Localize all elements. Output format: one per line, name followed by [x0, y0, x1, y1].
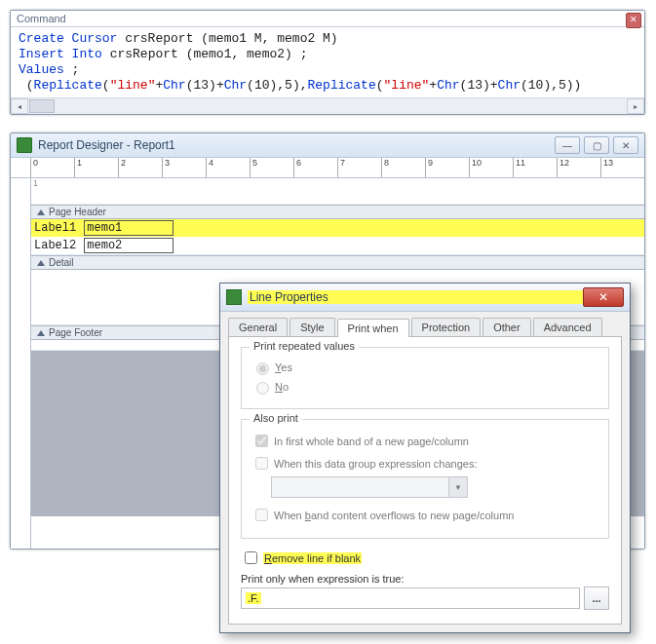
report-label-1[interactable]: Label1	[31, 220, 79, 236]
dialog-close-button[interactable]: ✕	[583, 287, 624, 307]
command-title: Command	[17, 13, 66, 24]
report-icon	[17, 137, 32, 153]
command-titlebar: Command ✕	[11, 11, 644, 27]
designer-titlebar[interactable]: Report Designer - Report1 — ▢ ✕	[11, 133, 644, 158]
radio-no[interactable]: No	[251, 379, 598, 395]
check-data-group[interactable]: When this data group expression changes:	[251, 454, 598, 473]
minimize-button[interactable]: —	[555, 136, 580, 154]
chevron-down-icon[interactable]: ▼	[448, 477, 467, 497]
band-page-footer-label: Page Footer	[49, 327, 102, 338]
scroll-left-button[interactable]: ◂	[11, 98, 28, 114]
tab-print-when[interactable]: Print when	[337, 319, 409, 337]
line-properties-dialog: Line Properties ✕ GeneralStylePrint when…	[219, 283, 631, 577]
radio-yes[interactable]: Yes	[251, 360, 598, 375]
data-group-select[interactable]: ▼	[271, 476, 468, 498]
scrollbar-horizontal[interactable]: ◂ ▸	[11, 97, 644, 114]
designer-title: Report Designer - Report1	[38, 138, 555, 152]
scroll-thumb[interactable]	[29, 99, 55, 113]
group-print-repeated: Print repeated values Yes No	[241, 347, 609, 409]
command-window: Command ✕ Create Cursor crsReport (memo1…	[10, 10, 645, 115]
group-print-repeated-title: Print repeated values	[250, 340, 359, 352]
report-field-2[interactable]: memo2	[84, 238, 174, 253]
close-button[interactable]: ✕	[613, 136, 638, 154]
check-first-band[interactable]: In first whole band of a new page/column	[251, 432, 598, 450]
group-also-print: Also print In first whole band of a new …	[241, 419, 609, 539]
command-code[interactable]: Create Cursor crsReport (memo1 M, memo2 …	[11, 27, 644, 97]
tab-advanced[interactable]: Advanced	[533, 318, 602, 336]
group-also-print-title: Also print	[250, 412, 302, 424]
dialog-title: Line Properties	[248, 290, 583, 304]
report-label-2[interactable]: Label2	[31, 238, 79, 253]
tab-general[interactable]: General	[228, 318, 288, 336]
dialog-tabs: GeneralStylePrint whenProtectionOtherAdv…	[220, 312, 630, 336]
check-remove-blank[interactable]: Remove line if blank	[241, 549, 609, 567]
band-detail[interactable]: Detail	[31, 255, 644, 270]
dialog-content: Print repeated values Yes No Also print …	[228, 336, 622, 577]
band-detail-label: Detail	[49, 257, 74, 268]
dialog-icon	[226, 289, 242, 305]
report-field-1[interactable]: memo1	[84, 220, 174, 236]
print-when-label: Print only when expression is true:	[241, 573, 609, 577]
check-overflow[interactable]: When band content overflows to new page/…	[251, 506, 598, 524]
dialog-titlebar[interactable]: Line Properties ✕	[220, 284, 630, 312]
check-first-band-label: In first whole band of a new page/column	[274, 436, 469, 447]
band-page-header[interactable]: Page Header	[31, 205, 644, 219]
ruler-vertical	[11, 178, 31, 549]
maximize-button[interactable]: ▢	[584, 136, 609, 154]
band-page-header-label: Page Header	[49, 207, 106, 217]
scroll-right-button[interactable]: ▸	[627, 98, 644, 114]
ruler-horizontal: 012345678910111213	[11, 158, 644, 178]
tab-protection[interactable]: Protection	[411, 318, 482, 336]
close-icon[interactable]: ✕	[626, 13, 641, 28]
check-data-group-label: When this data group expression changes:	[274, 458, 478, 470]
tab-style[interactable]: Style	[289, 318, 334, 336]
tab-other[interactable]: Other	[482, 318, 531, 336]
